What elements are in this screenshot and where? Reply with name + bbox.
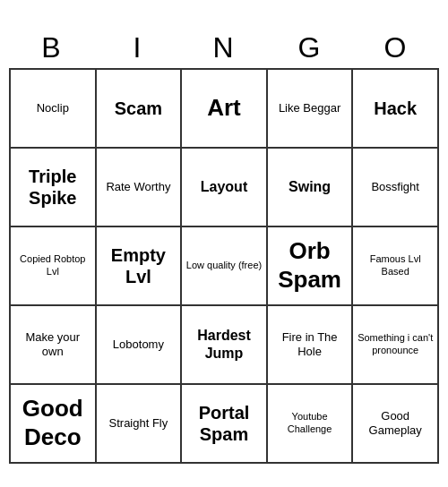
cell-text-23: Youtube Challenge (271, 411, 349, 434)
cell-text-8: Swing (271, 178, 349, 195)
header-letter-G: G (271, 31, 349, 64)
cell-text-22: Portal Spam (185, 402, 263, 445)
cell-text-12: Low quality (free) (185, 260, 263, 271)
bingo-cell-4: Hack (353, 70, 439, 149)
cell-text-19: Something i can't pronounce (356, 332, 435, 355)
bingo-cell-3: Like Beggar (268, 70, 354, 149)
bingo-cell-1: Scam (97, 70, 183, 149)
bingo-cell-12: Low quality (free) (182, 227, 268, 306)
bingo-cell-23: Youtube Challenge (268, 385, 354, 464)
header-letter-B: B (13, 31, 91, 64)
bingo-cell-5: Triple Spike (11, 149, 97, 227)
cell-text-4: Hack (356, 98, 435, 119)
cell-text-10: Copied Robtop Lvl (13, 253, 92, 277)
bingo-cell-20: Good Deco (11, 385, 97, 464)
cell-text-6: Rate Worthy (99, 180, 178, 194)
cell-text-2: Art (185, 94, 263, 122)
bingo-cell-17: Hardest Jump (182, 306, 268, 385)
cell-text-9: Bossfight (356, 180, 435, 194)
bingo-cell-11: Empty Lvl (97, 227, 183, 306)
bingo-cell-15: Make your own (11, 306, 97, 385)
bingo-cell-22: Portal Spam (182, 385, 268, 464)
cell-text-7: Layout (185, 178, 263, 195)
bingo-cell-7: Layout (182, 149, 268, 227)
cell-text-15: Make your own (13, 330, 92, 358)
bingo-cell-0: Noclip (11, 70, 97, 149)
cell-text-24: Good Gameplay (356, 409, 435, 437)
cell-text-11: Empty Lvl (99, 244, 178, 287)
cell-text-21: Straight Fly (99, 416, 178, 431)
bingo-cell-2: Art (182, 70, 268, 149)
bingo-cell-19: Something i can't pronounce (353, 306, 439, 385)
cell-text-14: Famous Lvl Based (356, 253, 435, 277)
cell-text-20: Good Deco (13, 395, 92, 450)
bingo-cell-21: Straight Fly (97, 385, 183, 464)
header-letter-O: O (357, 31, 435, 64)
bingo-cell-13: Orb Spam (268, 227, 354, 306)
header-letter-N: N (185, 31, 263, 64)
cell-text-1: Scam (99, 98, 178, 119)
cell-text-3: Like Beggar (271, 101, 349, 115)
cell-text-0: Noclip (13, 101, 92, 115)
bingo-card: BINGO NoclipScamArtLike BeggarHackTriple… (9, 24, 439, 464)
bingo-cell-16: Lobotomy (97, 306, 183, 385)
header-letter-I: I (99, 31, 177, 64)
bingo-cell-6: Rate Worthy (97, 149, 183, 227)
bingo-header: BINGO (9, 24, 439, 68)
cell-text-13: Orb Spam (271, 237, 349, 293)
bingo-cell-14: Famous Lvl Based (353, 227, 439, 306)
bingo-cell-18: Fire in The Hole (268, 306, 354, 385)
bingo-cell-9: Bossfight (353, 149, 439, 227)
cell-text-5: Triple Spike (13, 166, 92, 209)
bingo-cell-10: Copied Robtop Lvl (11, 227, 97, 306)
cell-text-17: Hardest Jump (185, 327, 263, 361)
bingo-grid: NoclipScamArtLike BeggarHackTriple Spike… (9, 68, 439, 464)
cell-text-18: Fire in The Hole (271, 330, 349, 358)
bingo-cell-8: Swing (268, 149, 354, 227)
cell-text-16: Lobotomy (99, 337, 178, 352)
bingo-cell-24: Good Gameplay (353, 385, 439, 464)
